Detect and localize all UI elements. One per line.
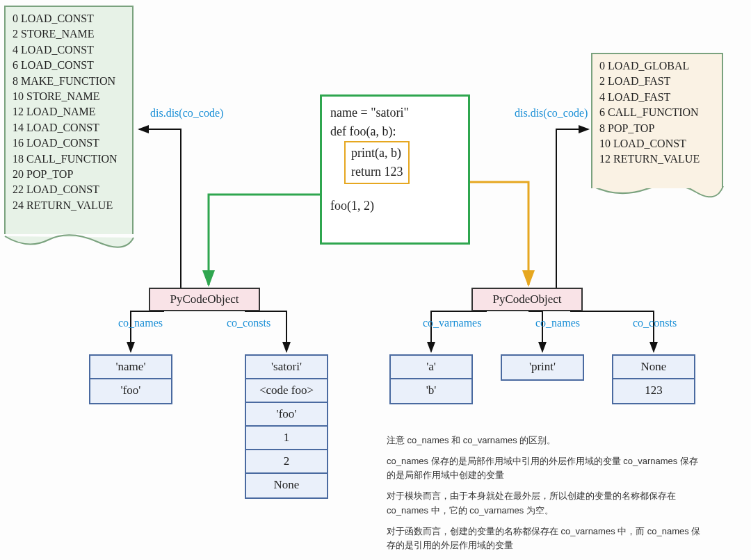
module-co-consts: 'satori'<code foo>'foo'12None xyxy=(245,354,328,499)
bytecode-line: 18 CALL_FUNCTION xyxy=(13,151,125,167)
function-body-box: print(a, b) return 123 xyxy=(344,141,410,184)
dis-label-right: dis.dis(co_code) xyxy=(515,107,588,120)
attr-co-consts: co_consts xyxy=(227,317,270,329)
function-bytecode-box: 0 LOAD_GLOBAL2 LOAD_FAST4 LOAD_FAST6 CAL… xyxy=(591,53,723,188)
module-bytecode-box: 0 LOAD_CONST2 STORE_NAME4 LOAD_CONST6 LO… xyxy=(4,6,134,234)
pycodeobject-module: PyCodeObject xyxy=(149,288,260,311)
fn-co-names: 'print' xyxy=(501,354,584,381)
bytecode-line: 4 LOAD_CONST xyxy=(13,42,125,58)
notes-block: 注意 co_names 和 co_varnames 的区别。co_names 保… xyxy=(387,434,706,559)
bytecode-line: 0 LOAD_GLOBAL xyxy=(599,58,715,74)
value-cell: 1 xyxy=(246,427,327,450)
value-cell: 'satori' xyxy=(246,356,327,379)
bytecode-line: 16 LOAD_CONST xyxy=(13,135,125,151)
source-line: print(a, b) xyxy=(351,144,403,163)
value-cell: 'foo' xyxy=(90,379,171,403)
attr-co-names-r: co_names xyxy=(535,317,580,329)
attr-co-names: co_names xyxy=(118,317,163,329)
bytecode-line: 0 LOAD_CONST xyxy=(13,11,125,26)
bytecode-line: 8 POP_TOP xyxy=(599,121,715,136)
value-cell: 'print' xyxy=(502,356,583,379)
fn-co-consts: None123 xyxy=(612,354,695,404)
note-paragraph: co_names 保存的是局部作用域中引用的外层作用域的变量 co_varnam… xyxy=(387,454,706,482)
value-cell: 'a' xyxy=(391,356,471,379)
note-paragraph: 注意 co_names 和 co_varnames 的区别。 xyxy=(387,434,706,447)
bytecode-line: 20 POP_TOP xyxy=(13,167,125,182)
value-cell: 'b' xyxy=(391,379,471,403)
bytecode-line: 22 LOAD_CONST xyxy=(13,182,125,197)
attr-co-varnames: co_varnames xyxy=(423,317,481,329)
pycodeobject-function: PyCodeObject xyxy=(471,288,583,311)
source-line: def foo(a, b): xyxy=(330,122,460,141)
bytecode-line: 12 LOAD_NAME xyxy=(13,104,125,120)
module-co-names: 'name''foo' xyxy=(89,354,172,404)
bytecode-line: 4 LOAD_FAST xyxy=(599,90,715,105)
value-cell: 'foo' xyxy=(246,403,327,427)
bytecode-line: 6 CALL_FUNCTION xyxy=(599,105,715,120)
value-cell: 123 xyxy=(613,379,694,403)
bytecode-line: 8 MAKE_FUNCTION xyxy=(13,74,125,89)
source-line: foo(1, 2) xyxy=(330,197,460,215)
value-cell: 2 xyxy=(246,450,327,474)
fn-co-varnames: 'a''b' xyxy=(389,354,473,404)
bytecode-line: 24 RETURN_VALUE xyxy=(13,198,125,213)
attr-co-consts-r: co_consts xyxy=(633,317,677,329)
bytecode-line: 2 STORE_NAME xyxy=(13,26,125,42)
source-code-box: name = "satori" def foo(a, b): print(a, … xyxy=(320,94,470,245)
note-paragraph: 对于函数而言，创建的变量的名称都保存在 co_varnames 中，而 co_n… xyxy=(387,525,706,552)
value-cell: <code foo> xyxy=(246,379,327,403)
bytecode-line: 10 LOAD_CONST xyxy=(599,136,715,151)
note-paragraph: 对于模块而言，由于本身就处在最外层，所以创建的变量的名称都保存在 co_name… xyxy=(387,489,706,517)
source-line: name = "satori" xyxy=(330,104,460,122)
dis-label-left: dis.dis(co_code) xyxy=(150,107,223,120)
bytecode-line: 14 LOAD_CONST xyxy=(13,120,125,135)
bytecode-line: 10 STORE_NAME xyxy=(13,89,125,104)
value-cell: None xyxy=(613,356,694,379)
bytecode-line: 2 LOAD_FAST xyxy=(599,74,715,89)
source-line: return 123 xyxy=(351,163,403,181)
value-cell: None xyxy=(246,474,327,497)
bytecode-line: 6 LOAD_CONST xyxy=(13,58,125,73)
bytecode-line: 12 RETURN_VALUE xyxy=(599,151,715,167)
value-cell: 'name' xyxy=(90,356,171,379)
